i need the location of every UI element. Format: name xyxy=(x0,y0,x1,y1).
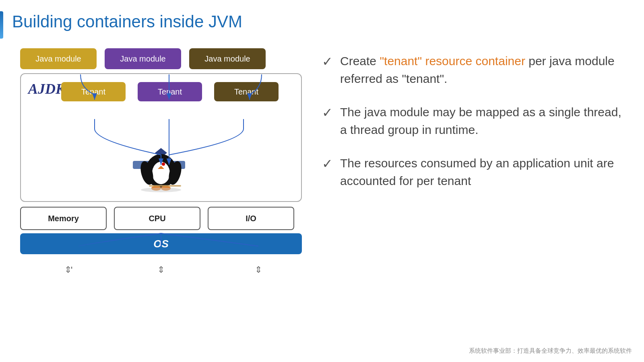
tenant-1: Tenant xyxy=(61,82,126,101)
checkmark-1: ✓ xyxy=(322,54,333,69)
resource-row: Memory CPU I/O xyxy=(20,207,310,230)
right-content: ✓ Create "tenant" resource container per… xyxy=(322,52,628,206)
java-module-3: Java module xyxy=(189,48,266,69)
java-module-2: Java module xyxy=(105,48,181,69)
jvm-container: AJDK Tenant Tenant Tenant xyxy=(20,73,302,202)
mascot-area xyxy=(125,137,197,193)
checkmark-2: ✓ xyxy=(322,105,333,120)
svg-point-12 xyxy=(141,187,181,192)
diagram-area: Java module Java module Java module AJDK… xyxy=(12,48,310,298)
left-accent-bar xyxy=(0,11,3,39)
cpu-box: CPU xyxy=(114,207,200,230)
tenants-row: Tenant Tenant Tenant xyxy=(61,82,279,101)
bullet-text-3: The resources consumed by an application… xyxy=(340,154,628,189)
svg-text:⇕: ⇕ xyxy=(255,265,262,275)
tenant-2: Tenant xyxy=(138,82,202,101)
bullet-text-2: The java module may be mapped as a singl… xyxy=(340,103,628,138)
svg-point-5 xyxy=(162,162,165,166)
svg-rect-11 xyxy=(149,185,181,187)
mascot-svg xyxy=(125,137,197,193)
memory-box: Memory xyxy=(20,207,107,230)
page-title: Building containers inside JVM xyxy=(12,12,242,31)
svg-text:⇕: ⇕ xyxy=(64,265,72,275)
java-modules-row: Java module Java module Java module xyxy=(20,48,310,69)
bullet-item-1: ✓ Create "tenant" resource container per… xyxy=(322,52,628,87)
os-bar: OS xyxy=(20,233,302,254)
svg-point-3 xyxy=(152,162,170,184)
bullet-item-3: ✓ The resources consumed by an applicati… xyxy=(322,154,628,189)
ajdk-label: AJDK xyxy=(28,80,65,97)
bullet-item-2: ✓ The java module may be mapped as a sin… xyxy=(322,103,628,138)
tenant-3: Tenant xyxy=(214,82,279,101)
highlight-tenant: "tenant" resource container xyxy=(380,54,525,68)
svg-point-6 xyxy=(157,162,160,166)
io-box: I/O xyxy=(208,207,294,230)
svg-text:⇕: ⇕ xyxy=(157,265,165,275)
footer-text: 系统软件事业部：打造具备全球竞争力、效率最优的系统软件 xyxy=(469,347,632,355)
java-module-1: Java module xyxy=(20,48,97,69)
checkmark-3: ✓ xyxy=(322,156,333,171)
bullet-text-1: Create "tenant" resource container per j… xyxy=(340,52,628,87)
